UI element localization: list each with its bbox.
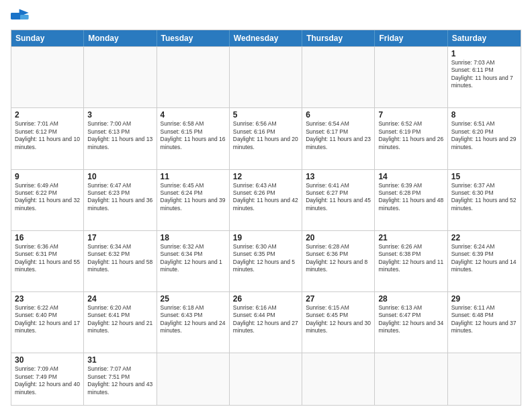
calendar-cell-5-5 (375, 353, 447, 405)
calendar-cell-5-1: 31Sunrise: 7:07 AM Sunset: 7:51 PM Dayli… (84, 353, 157, 405)
calendar-cell-5-3 (230, 353, 302, 405)
calendar-cell-4-0: 23Sunrise: 6:22 AM Sunset: 6:40 PM Dayli… (11, 292, 84, 353)
day-info: Sunrise: 6:41 AM Sunset: 6:27 PM Dayligh… (306, 182, 371, 213)
day-info: Sunrise: 6:51 AM Sunset: 6:20 PM Dayligh… (451, 120, 517, 151)
day-info: Sunrise: 6:30 AM Sunset: 6:35 PM Dayligh… (233, 243, 298, 274)
day-info: Sunrise: 6:58 AM Sunset: 6:15 PM Dayligh… (161, 120, 226, 151)
weekday-header-thursday: Thursday (302, 30, 375, 46)
calendar-cell-3-2: 18Sunrise: 6:32 AM Sunset: 6:34 PM Dayli… (157, 231, 230, 291)
calendar-cell-3-3: 19Sunrise: 6:30 AM Sunset: 6:35 PM Dayli… (230, 231, 302, 291)
calendar-cell-0-5 (375, 47, 447, 107)
day-number: 24 (87, 294, 152, 304)
day-info: Sunrise: 6:24 AM Sunset: 6:39 PM Dayligh… (451, 243, 517, 274)
calendar-cell-4-3: 26Sunrise: 6:16 AM Sunset: 6:44 PM Dayli… (230, 292, 302, 353)
day-number: 15 (451, 172, 517, 181)
calendar-cell-4-1: 24Sunrise: 6:20 AM Sunset: 6:41 PM Dayli… (84, 292, 157, 353)
day-info: Sunrise: 7:09 AM Sunset: 7:49 PM Dayligh… (15, 365, 80, 396)
calendar-row-4: 23Sunrise: 6:22 AM Sunset: 6:40 PM Dayli… (11, 291, 521, 353)
calendar-cell-0-4 (302, 47, 375, 107)
day-info: Sunrise: 6:52 AM Sunset: 6:19 PM Dayligh… (378, 120, 443, 151)
calendar-cell-4-2: 25Sunrise: 6:18 AM Sunset: 6:43 PM Dayli… (157, 292, 230, 353)
calendar-cell-1-4: 6Sunrise: 6:54 AM Sunset: 6:17 PM Daylig… (302, 108, 375, 169)
day-number: 17 (87, 233, 152, 242)
day-info: Sunrise: 6:39 AM Sunset: 6:28 PM Dayligh… (378, 182, 443, 213)
calendar-cell-0-6: 1Sunrise: 7:03 AM Sunset: 6:11 PM Daylig… (448, 47, 521, 107)
day-info: Sunrise: 7:00 AM Sunset: 6:13 PM Dayligh… (87, 120, 152, 151)
logo (11, 8, 32, 24)
weekday-header-tuesday: Tuesday (157, 30, 230, 46)
day-info: Sunrise: 6:26 AM Sunset: 6:38 PM Dayligh… (378, 243, 443, 274)
calendar-cell-4-6: 29Sunrise: 6:11 AM Sunset: 6:48 PM Dayli… (448, 292, 521, 353)
day-info: Sunrise: 6:32 AM Sunset: 6:34 PM Dayligh… (161, 243, 226, 274)
calendar-cell-5-2 (157, 353, 230, 405)
calendar-cell-0-0 (11, 47, 84, 107)
weekday-header-sunday: Sunday (11, 30, 84, 46)
day-number: 5 (233, 110, 298, 120)
day-number: 3 (87, 110, 152, 120)
calendar-cell-2-5: 14Sunrise: 6:39 AM Sunset: 6:28 PM Dayli… (375, 170, 447, 230)
day-info: Sunrise: 6:45 AM Sunset: 6:24 PM Dayligh… (161, 182, 226, 213)
day-number: 14 (378, 172, 443, 181)
day-info: Sunrise: 6:22 AM Sunset: 6:40 PM Dayligh… (15, 304, 80, 335)
day-info: Sunrise: 6:54 AM Sunset: 6:17 PM Dayligh… (306, 120, 371, 151)
day-number: 10 (87, 172, 152, 181)
day-number: 19 (233, 233, 298, 242)
day-number: 20 (306, 233, 371, 242)
calendar-cell-4-4: 27Sunrise: 6:15 AM Sunset: 6:45 PM Dayli… (302, 292, 375, 353)
calendar-cell-1-0: 2Sunrise: 7:01 AM Sunset: 6:12 PM Daylig… (11, 108, 84, 169)
day-number: 26 (233, 294, 298, 304)
day-info: Sunrise: 7:03 AM Sunset: 6:11 PM Dayligh… (451, 59, 517, 90)
calendar-row-0: 1Sunrise: 7:03 AM Sunset: 6:11 PM Daylig… (11, 46, 521, 107)
day-number: 18 (161, 233, 226, 242)
day-info: Sunrise: 6:47 AM Sunset: 6:23 PM Dayligh… (87, 182, 152, 213)
day-number: 6 (306, 110, 371, 120)
calendar-row-3: 16Sunrise: 6:36 AM Sunset: 6:31 PM Dayli… (11, 230, 521, 291)
weekday-header-saturday: Saturday (448, 30, 521, 46)
day-info: Sunrise: 6:16 AM Sunset: 6:44 PM Dayligh… (233, 304, 298, 335)
calendar-cell-1-2: 4Sunrise: 6:58 AM Sunset: 6:15 PM Daylig… (157, 108, 230, 169)
day-info: Sunrise: 6:20 AM Sunset: 6:41 PM Dayligh… (87, 304, 152, 335)
day-number: 21 (378, 233, 443, 242)
calendar-cell-2-2: 11Sunrise: 6:45 AM Sunset: 6:24 PM Dayli… (157, 170, 230, 230)
day-info: Sunrise: 7:01 AM Sunset: 6:12 PM Dayligh… (15, 120, 80, 151)
calendar-cell-5-6 (448, 353, 521, 405)
calendar-cell-3-5: 21Sunrise: 6:26 AM Sunset: 6:38 PM Dayli… (375, 231, 447, 291)
weekday-header-monday: Monday (84, 30, 157, 46)
general-blue-icon (11, 8, 30, 24)
weekday-header-wednesday: Wednesday (230, 30, 302, 46)
day-info: Sunrise: 6:28 AM Sunset: 6:36 PM Dayligh… (306, 243, 371, 274)
calendar-row-1: 2Sunrise: 7:01 AM Sunset: 6:12 PM Daylig… (11, 107, 521, 169)
day-number: 12 (233, 172, 298, 181)
calendar-cell-2-0: 9Sunrise: 6:49 AM Sunset: 6:22 PM Daylig… (11, 170, 84, 230)
day-info: Sunrise: 6:43 AM Sunset: 6:26 PM Dayligh… (233, 182, 298, 213)
day-number: 9 (15, 172, 80, 181)
calendar-cell-3-1: 17Sunrise: 6:34 AM Sunset: 6:32 PM Dayli… (84, 231, 157, 291)
day-number: 4 (161, 110, 226, 120)
day-info: Sunrise: 6:18 AM Sunset: 6:43 PM Dayligh… (161, 304, 226, 335)
day-number: 8 (451, 110, 517, 120)
day-info: Sunrise: 6:56 AM Sunset: 6:16 PM Dayligh… (233, 120, 298, 151)
calendar-cell-3-0: 16Sunrise: 6:36 AM Sunset: 6:31 PM Dayli… (11, 231, 84, 291)
calendar-row-5: 30Sunrise: 7:09 AM Sunset: 7:49 PM Dayli… (11, 353, 521, 405)
day-info: Sunrise: 6:15 AM Sunset: 6:45 PM Dayligh… (306, 304, 371, 335)
calendar-cell-0-1 (84, 47, 157, 107)
header (11, 8, 521, 24)
day-number: 11 (161, 172, 226, 181)
calendar-cell-1-6: 8Sunrise: 6:51 AM Sunset: 6:20 PM Daylig… (448, 108, 521, 169)
day-info: Sunrise: 7:07 AM Sunset: 7:51 PM Dayligh… (87, 365, 152, 396)
page: SundayMondayTuesdayWednesdayThursdayFrid… (0, 0, 532, 411)
calendar-cell-0-2 (157, 47, 230, 107)
day-number: 1 (451, 49, 517, 58)
day-number: 29 (451, 294, 517, 304)
day-info: Sunrise: 6:13 AM Sunset: 6:47 PM Dayligh… (378, 304, 443, 335)
calendar-cell-5-0: 30Sunrise: 7:09 AM Sunset: 7:49 PM Dayli… (11, 353, 84, 405)
day-number: 27 (306, 294, 371, 304)
calendar: SundayMondayTuesdayWednesdayThursdayFrid… (11, 30, 521, 406)
calendar-header: SundayMondayTuesdayWednesdayThursdayFrid… (11, 30, 521, 46)
day-info: Sunrise: 6:49 AM Sunset: 6:22 PM Dayligh… (15, 182, 80, 213)
day-number: 28 (378, 294, 443, 304)
day-number: 23 (15, 294, 80, 304)
calendar-cell-2-1: 10Sunrise: 6:47 AM Sunset: 6:23 PM Dayli… (84, 170, 157, 230)
day-info: Sunrise: 6:37 AM Sunset: 6:30 PM Dayligh… (451, 182, 517, 213)
day-number: 16 (15, 233, 80, 242)
